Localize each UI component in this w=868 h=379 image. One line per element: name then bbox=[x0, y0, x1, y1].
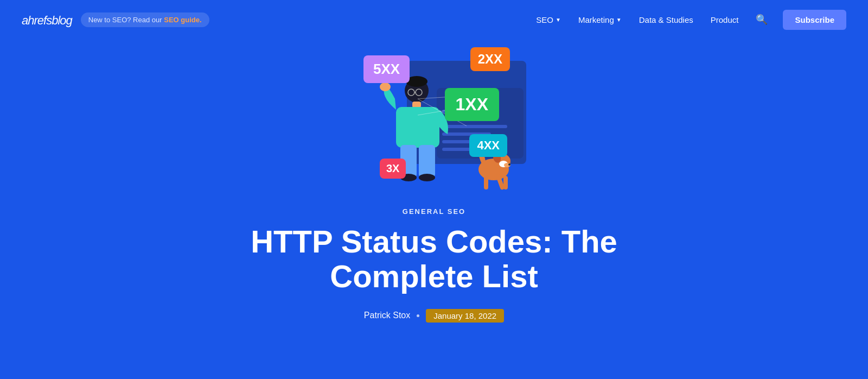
category-label: GENERAL SEO bbox=[403, 207, 465, 216]
logo-suffix: blog bbox=[52, 14, 72, 27]
logo-area: ahrefsblog bbox=[22, 11, 72, 28]
tagline-prefix: New to SEO? Read our bbox=[88, 16, 164, 24]
search-icon[interactable]: 🔍 bbox=[749, 9, 774, 30]
subscribe-button[interactable]: Subscribe bbox=[783, 10, 846, 30]
badge-2xx: 2XX bbox=[470, 47, 510, 71]
nav-item-marketing-label: Marketing bbox=[578, 15, 614, 24]
chevron-down-icon: ▼ bbox=[556, 17, 561, 23]
svg-point-15 bbox=[419, 174, 435, 181]
badge-4xx: 4XX bbox=[469, 134, 507, 157]
logo[interactable]: ahrefsblog bbox=[22, 11, 72, 28]
badge-3xx: 3X bbox=[380, 159, 406, 179]
navbar: ahrefsblog New to SEO? Read our SEO guid… bbox=[0, 0, 868, 39]
svg-point-24 bbox=[508, 163, 510, 166]
svg-rect-3 bbox=[442, 125, 507, 128]
date-badge: January 18, 2022 bbox=[426, 309, 504, 323]
nav-item-marketing[interactable]: Marketing ▼ bbox=[572, 11, 628, 29]
nav-item-product[interactable]: Product bbox=[704, 11, 745, 29]
meta-row: Patrick Stox January 18, 2022 bbox=[364, 309, 504, 323]
hero-illustration: 5XX 2XX 1XX 4XX 3X bbox=[331, 45, 537, 197]
svg-rect-27 bbox=[503, 176, 508, 190]
svg-rect-13 bbox=[419, 145, 435, 178]
author-name: Patrick Stox bbox=[364, 311, 410, 320]
hero-section: 5XX 2XX 1XX 4XX 3X GENERAL SEO HTTP Stat… bbox=[0, 39, 868, 323]
nav-item-data-studies[interactable]: Data & Studies bbox=[633, 11, 700, 29]
article-title: HTTP Status Codes: The Complete List bbox=[212, 224, 656, 294]
meta-separator bbox=[417, 314, 419, 317]
logo-brand: ahrefs bbox=[22, 14, 52, 27]
badge-5xx: 5XX bbox=[363, 55, 410, 83]
svg-point-11 bbox=[380, 83, 391, 91]
nav-links: SEO ▼ Marketing ▼ Data & Studies Product… bbox=[529, 9, 846, 30]
nav-item-data-label: Data & Studies bbox=[639, 15, 693, 24]
nav-item-product-label: Product bbox=[711, 15, 739, 24]
badge-1xx: 1XX bbox=[445, 88, 499, 121]
nav-item-seo-label: SEO bbox=[536, 15, 553, 24]
svg-rect-10 bbox=[396, 107, 439, 148]
seo-guide-link[interactable]: SEO guide. bbox=[164, 16, 201, 24]
chevron-down-icon-2: ▼ bbox=[616, 17, 622, 23]
tagline-pill: New to SEO? Read our SEO guide. bbox=[81, 12, 209, 27]
svg-rect-26 bbox=[484, 176, 488, 190]
nav-item-seo[interactable]: SEO ▼ bbox=[529, 11, 567, 29]
